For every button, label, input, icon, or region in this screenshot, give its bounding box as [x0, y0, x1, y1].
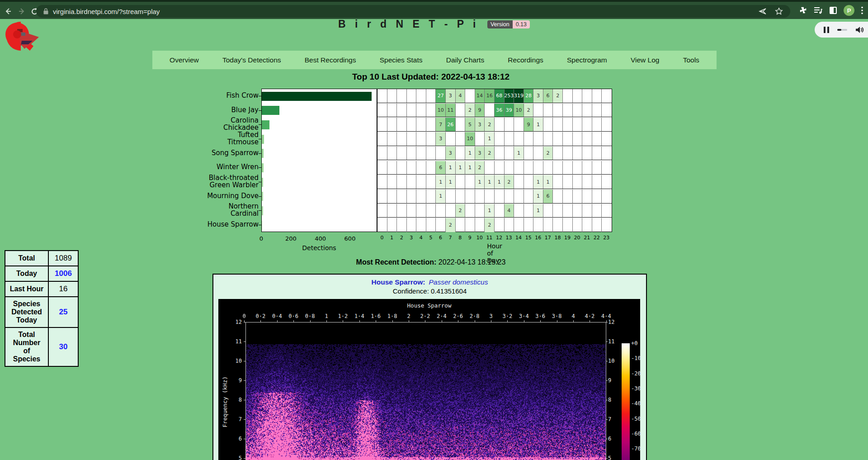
heatmap-cell: 2 [505, 175, 514, 189]
send-icon[interactable] [759, 7, 767, 15]
spectrogram-freq-tick: 7 [608, 416, 622, 422]
bookmark-star-icon[interactable] [775, 7, 783, 15]
heatmap-cell [524, 147, 534, 160]
browser-forward-button[interactable] [15, 5, 28, 18]
heatmap-cell [387, 118, 397, 131]
browser-menu-kebab-icon[interactable] [861, 6, 863, 15]
detection-common-name-link[interactable]: House Sparrow: [372, 278, 425, 286]
stats-value-link[interactable]: 25 [59, 308, 68, 316]
tick-mark [442, 320, 442, 322]
heatmap-row: 72653291 [377, 118, 612, 132]
nav-item-daily-charts[interactable]: Daily Charts [446, 56, 484, 64]
heatmap-cell [553, 204, 563, 218]
tick-mark [606, 419, 608, 420]
heatmap-cell [592, 118, 602, 131]
heatmap-cell [426, 132, 436, 146]
nav-item-recordings[interactable]: Recordings [508, 56, 543, 64]
stats-label: Last Hour [5, 281, 48, 297]
stats-row: Today1006 [5, 266, 78, 281]
extensions-puzzle-icon[interactable] [799, 6, 807, 15]
volume-icon[interactable] [855, 26, 864, 33]
detection-scientific-name[interactable]: Passer domesticus [429, 278, 488, 286]
heatmap-cell [397, 161, 407, 175]
heatmap-cell [436, 204, 446, 218]
heatmap-cell: 10 [514, 104, 524, 117]
heatmap-cell [377, 147, 387, 160]
heatmap-cell [416, 132, 426, 146]
heatmap-cell [465, 190, 475, 203]
species-label: Black-throated Green Warbler [207, 175, 259, 189]
detections-bar [262, 163, 264, 172]
stream-audio-player[interactable] [815, 22, 868, 38]
heatmap-cell [592, 204, 602, 218]
tick-mark [590, 320, 590, 322]
heatmap-cell [553, 175, 563, 189]
nav-item-species-stats[interactable]: Species Stats [380, 56, 423, 64]
spectrogram-time-tick: 1·4 [354, 313, 364, 319]
nav-item-spectrogram[interactable]: Spectrogram [567, 56, 607, 64]
heatmap-cell [377, 104, 387, 117]
heatmap-cell: 3 [533, 89, 543, 103]
spectrogram-time-tick: 2·4 [437, 313, 447, 319]
nav-item-overview[interactable]: Overview [170, 56, 199, 64]
stats-row: Total Number of Species30 [5, 327, 78, 366]
heatmap-cell [407, 175, 417, 189]
species-tick-mark [259, 139, 261, 139]
stats-value: 16 [48, 281, 78, 297]
heatmap-row: 61112 [377, 161, 612, 175]
heatmap-cell [592, 104, 602, 117]
heatmap-cell [495, 218, 505, 232]
heatmap-cell [514, 132, 524, 146]
tick-mark [540, 320, 541, 322]
heatmap-cell [485, 161, 495, 175]
hour-axis-tick: 3 [410, 235, 413, 241]
stats-value-link[interactable]: 1006 [55, 269, 72, 278]
nav-item-today-s-detections[interactable]: Today's Detections [222, 56, 281, 64]
nav-item-best-recordings[interactable]: Best Recordings [305, 56, 356, 64]
heatmap-cell [407, 204, 417, 218]
address-bar[interactable]: virginia.birdnetpi.com/?stream=play [36, 5, 790, 18]
heatmap-cell [514, 161, 524, 175]
audio-progress-bar[interactable] [837, 29, 847, 31]
colorbar-tick: -40 [631, 400, 641, 407]
tick-mark [244, 361, 245, 361]
spectrogram-freq-tick: 10 [608, 358, 622, 364]
heatmap-cell [573, 204, 583, 218]
heatmap-cell [563, 89, 573, 103]
heatmap-cell [602, 175, 612, 189]
heatmap-cell: 2 [456, 204, 466, 218]
heatmap-cell: 2 [485, 218, 495, 232]
heatmap-cell [573, 190, 583, 203]
heatmap-cell [543, 161, 553, 175]
hour-axis-tick: 13 [506, 235, 512, 241]
browser-back-button[interactable] [2, 5, 14, 18]
hour-axis-tick: 8 [458, 235, 462, 241]
hour-axis-tick: 12 [496, 235, 502, 241]
heatmap-cell [592, 190, 602, 203]
heatmap-cell [377, 132, 387, 146]
pause-icon[interactable] [824, 27, 829, 33]
side-panel-icon[interactable] [829, 6, 837, 14]
stats-value: 1006 [48, 266, 78, 281]
colorbar-tick: -60 [631, 431, 641, 437]
detections-bar [262, 178, 263, 187]
heatmap-cell: 1 [465, 147, 475, 160]
heatmap-cell [407, 161, 417, 175]
profile-avatar[interactable]: P [844, 5, 854, 16]
heatmap-cell [495, 190, 505, 203]
colorbar-tick: -50 [631, 416, 641, 422]
stats-value-link[interactable]: 30 [59, 342, 68, 351]
nav-item-tools[interactable]: Tools [683, 56, 699, 64]
stats-table: Total1089Today1006Last Hour16Species Det… [5, 250, 79, 367]
species-label: Song Sparrow [207, 150, 259, 157]
heatmap-cell [524, 204, 534, 218]
media-playlist-icon[interactable] [814, 6, 823, 14]
back-arrow-icon [4, 7, 12, 15]
heatmap-cell [582, 132, 592, 146]
heatmap-cell: 2 [524, 104, 534, 117]
tick-mark [343, 320, 343, 322]
nav-item-view-log[interactable]: View Log [631, 56, 659, 64]
species-label: Fish Crow [207, 92, 259, 100]
heatmap-cell [456, 132, 466, 146]
heatmap-row: 1011293639102 [377, 104, 612, 118]
